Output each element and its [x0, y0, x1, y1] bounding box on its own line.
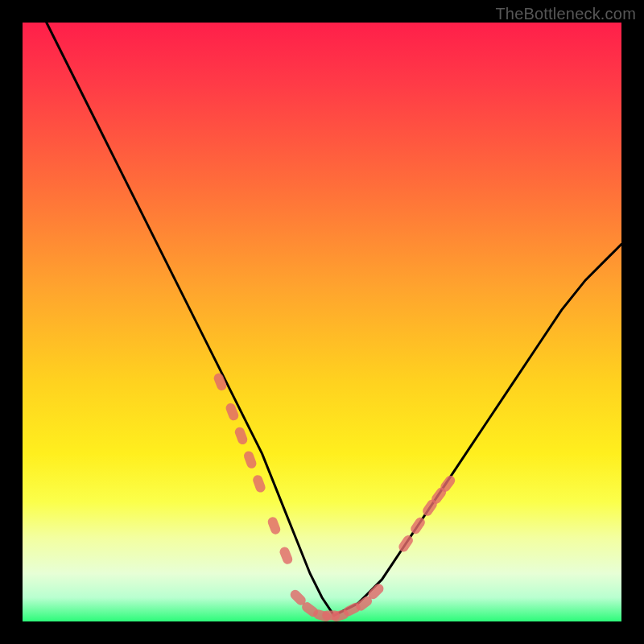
data-marker — [242, 450, 258, 470]
watermark-text: TheBottleneck.com — [495, 5, 636, 23]
data-marker — [251, 473, 266, 493]
data-marker — [397, 534, 415, 554]
data-marker — [266, 516, 282, 536]
chart-frame: TheBottleneck.com — [0, 0, 644, 644]
data-marker — [233, 426, 249, 446]
marker-group — [213, 372, 457, 622]
data-marker — [279, 546, 294, 566]
right-curve — [334, 244, 621, 615]
left-curve — [47, 23, 334, 616]
data-marker — [409, 515, 427, 535]
plot-area — [23, 23, 621, 621]
curve-group — [47, 23, 621, 616]
curve-layer — [23, 23, 621, 621]
